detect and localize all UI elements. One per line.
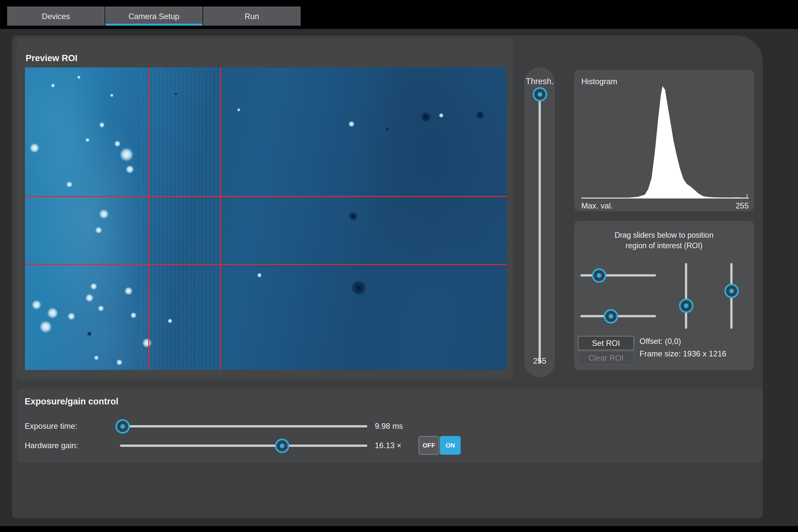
bright-particle — [30, 144, 39, 153]
bright-particle — [94, 356, 99, 360]
bright-particle — [125, 287, 133, 295]
dark-particle — [349, 212, 357, 221]
image-noise-overlay — [25, 68, 507, 370]
exposure-time-label: Exposure time: — [25, 421, 77, 431]
exposure-time-slider-track[interactable] — [120, 425, 367, 428]
threshold-slider-track[interactable] — [538, 94, 541, 363]
app-window: DevicesCamera SetupRun Preview ROI Thres… — [0, 0, 798, 532]
tab-camera-setup[interactable]: Camera Setup — [105, 6, 203, 26]
bright-particle — [114, 141, 120, 147]
threshold-label: Thresh. — [525, 77, 555, 86]
bright-particle — [131, 312, 136, 318]
roi-instruction-line2: region of interest (ROI) — [574, 241, 754, 250]
roi-frame-size-text: Frame size: 1936 x 1216 — [640, 349, 726, 358]
histogram-x-axis — [581, 198, 749, 198]
preview-roi-title: Preview ROI — [26, 53, 78, 63]
dark-particle — [352, 281, 366, 295]
dark-particle — [386, 128, 389, 131]
roi-grid-line-vertical — [148, 68, 149, 370]
roi-y2-slider-handle[interactable] — [724, 284, 739, 298]
exposure-gain-title: Exposure/gain control — [25, 397, 118, 407]
roi-grid-line-vertical — [220, 68, 221, 370]
roi-x1-slider-handle[interactable] — [592, 268, 606, 283]
roi-y1-slider-track[interactable] — [685, 263, 687, 329]
histogram-panel: Histogram Max. val. 255 — [574, 70, 754, 211]
bright-particle — [66, 182, 72, 187]
tab-bar: DevicesCamera SetupRun — [7, 6, 301, 26]
roi-offset-text: Offset: (0,0) — [640, 337, 681, 346]
preview-image — [25, 68, 507, 370]
roi-x2-slider-track[interactable] — [580, 315, 656, 317]
set-roi-button[interactable]: Set ROI — [578, 336, 634, 350]
threshold-panel: Thresh. 255 — [525, 68, 555, 377]
threshold-max-label: 255 — [525, 357, 555, 366]
bright-particle — [68, 313, 75, 320]
roi-x2-slider-handle[interactable] — [604, 309, 618, 324]
hardware-gain-label: Hardware gain: — [25, 441, 78, 450]
histogram-xlabel-right: 255 — [716, 201, 749, 210]
bottom-bar — [0, 526, 798, 532]
bright-particle — [120, 148, 133, 161]
histogram-title: Histogram — [581, 77, 617, 86]
tab-run[interactable]: Run — [203, 6, 301, 26]
bright-particle — [110, 94, 113, 97]
dark-particle — [87, 331, 92, 336]
histogram-axis-tick — [747, 194, 747, 198]
roi-instruction-line1: Drag sliders below to position — [574, 231, 754, 240]
histogram-xlabel-left: Max. val. — [581, 201, 613, 210]
roi-x1-slider-track[interactable] — [580, 274, 656, 277]
roi-y1-slider-handle[interactable] — [679, 299, 694, 313]
hardware-gain-slider-handle[interactable] — [275, 439, 289, 453]
bright-particle — [48, 308, 58, 318]
bright-particle — [142, 338, 152, 347]
hardware-gain-value: 16.13 × — [375, 441, 401, 450]
histogram-plot — [581, 86, 749, 198]
exposure-time-slider-handle[interactable] — [115, 419, 130, 434]
hardware-gain-slider-track[interactable] — [120, 444, 367, 447]
bright-particle — [439, 113, 443, 118]
roi-grid-line-horizontal — [25, 264, 507, 265]
dark-particle — [175, 93, 177, 95]
preview-roi-panel: Preview ROI — [16, 39, 513, 379]
bright-particle — [95, 227, 102, 233]
roi-grid-line-horizontal — [25, 196, 507, 197]
exposure-gain-panel: Exposure/gain control Exposure time: 9.9… — [17, 388, 763, 463]
dark-particle — [421, 112, 431, 122]
bright-particle — [116, 359, 122, 365]
roi-y2-slider-track[interactable] — [730, 263, 733, 329]
clear-roi-button[interactable]: Clear ROI — [578, 351, 634, 365]
exposure-time-value: 9.98 ms — [375, 421, 403, 431]
roi-sliders-panel: Drag sliders below to position region of… — [574, 221, 754, 370]
bright-particle — [168, 319, 172, 323]
gain-on-button[interactable]: ON — [440, 436, 461, 455]
tab-devices[interactable]: Devices — [7, 6, 104, 26]
gain-off-button[interactable]: OFF — [419, 436, 439, 455]
threshold-slider-handle[interactable] — [533, 87, 547, 101]
